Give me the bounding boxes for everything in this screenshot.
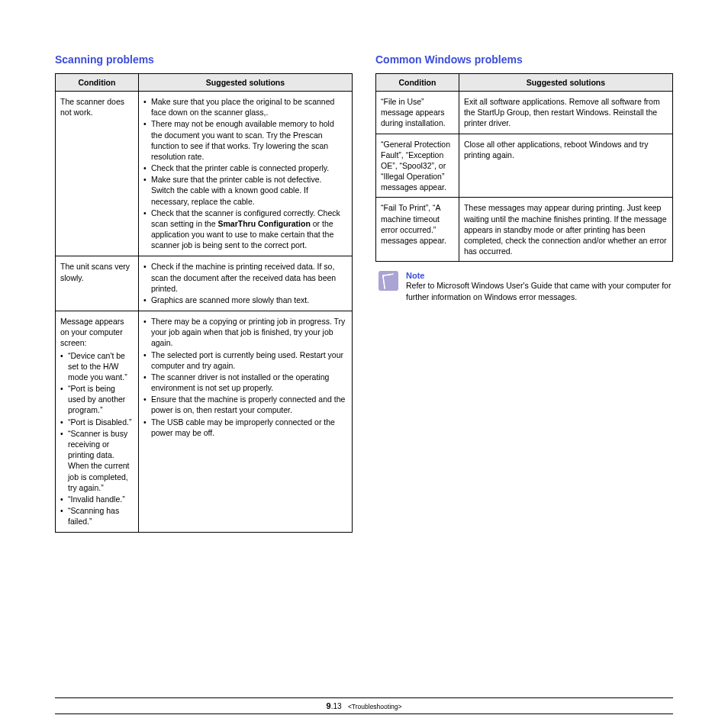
condition-cell: “Fail To Print”, “A machine timeout erro… [376,198,459,262]
windows-table: Condition Suggested solutions “File in U… [375,73,673,262]
condition-cell: “File in Use” message appears during ins… [376,92,459,134]
solution-cell: Exit all software applications. Remove a… [459,92,672,134]
page-content: Scanning problems Condition Suggested so… [0,0,728,533]
th-condition: Condition [376,74,459,92]
th-solutions: Suggested solutions [459,74,672,92]
footer-section: <Troubleshooting> [348,703,402,710]
th-condition: Condition [56,74,139,92]
condition-cell: The scanner does not work. [56,92,139,256]
scanning-table: Condition Suggested solutions The scanne… [55,73,353,533]
left-column: Scanning problems Condition Suggested so… [55,53,353,533]
th-solutions: Suggested solutions [138,74,352,92]
solution-cell: Close all other applications, reboot Win… [459,134,672,198]
right-column: Common Windows problems Condition Sugges… [375,53,673,533]
note-icon [378,271,398,291]
note-title: Note [406,271,673,280]
condition-cell: The unit scans very slowly. [56,256,139,311]
note-body: Refer to Microsoft Windows User's Guide … [406,280,673,302]
condition-cell: “General Protection Fault”, “Exception O… [376,134,459,198]
page-footer: 9.13 <Troubleshooting> [55,697,673,714]
condition-cell: Message appears on your computer screen:… [56,311,139,533]
solution-cell: These messages may appear during printin… [459,198,672,262]
solution-cell: Check if the machine is printing receive… [138,256,352,311]
footer-page: .13 [331,702,342,710]
scanning-heading: Scanning problems [55,53,353,66]
windows-heading: Common Windows problems [375,53,673,66]
solution-cell: Make sure that you place the original to… [138,92,352,256]
note-block: Note Refer to Microsoft Windows User's G… [375,271,673,302]
solution-cell: There may be a copying or printing job i… [138,311,352,533]
